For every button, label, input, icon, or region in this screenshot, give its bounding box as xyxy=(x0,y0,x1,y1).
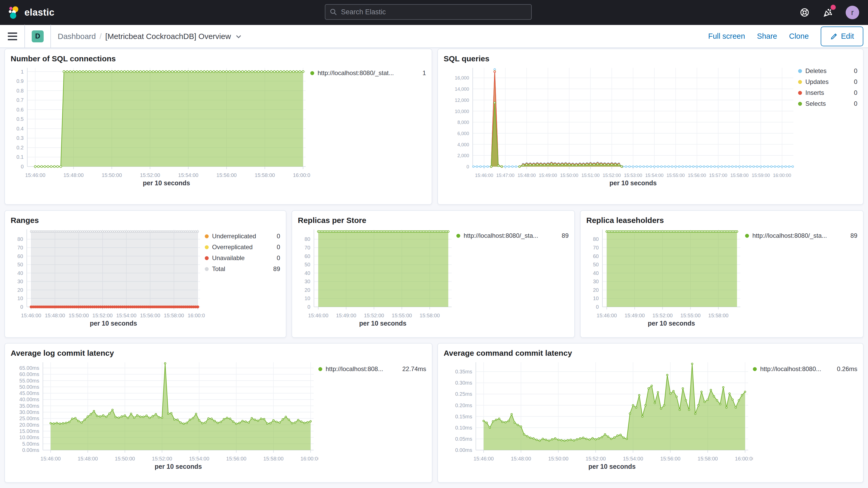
svg-text:15.00ms: 15.00ms xyxy=(19,428,39,434)
svg-text:15:57:00: 15:57:00 xyxy=(709,173,727,178)
elastic-logo[interactable]: elastic xyxy=(7,5,55,20)
svg-text:0.8: 0.8 xyxy=(17,88,24,94)
legend-value: 0 xyxy=(273,254,280,262)
legend-value: 0 xyxy=(850,78,857,86)
svg-text:0.30ms: 0.30ms xyxy=(455,380,472,386)
breadcrumb-dashboard-link[interactable]: Dashboard xyxy=(58,32,96,41)
svg-text:30: 30 xyxy=(593,279,599,284)
panel-avg-command-commit-latency: Average command commit latency 15:46:001… xyxy=(437,343,864,483)
svg-text:25.00ms: 25.00ms xyxy=(19,416,39,421)
user-avatar[interactable]: r xyxy=(846,6,859,19)
x-axis-title: per 10 seconds xyxy=(588,463,636,470)
legend-item[interactable]: Total89 xyxy=(205,265,280,273)
legend-item[interactable]: Deletes0 xyxy=(798,67,857,74)
svg-text:15:55:00: 15:55:00 xyxy=(392,313,412,318)
legend-item[interactable]: Underreplicated0 xyxy=(205,233,280,240)
panel-title: Average log commit latency xyxy=(11,349,426,358)
svg-text:15:49:00: 15:49:00 xyxy=(624,313,645,318)
svg-text:20.00ms: 20.00ms xyxy=(19,422,39,428)
svg-text:0.7: 0.7 xyxy=(17,97,24,103)
svg-text:15:54:00: 15:54:00 xyxy=(116,313,136,318)
svg-text:15:56:00: 15:56:00 xyxy=(216,172,237,178)
svg-text:0: 0 xyxy=(20,304,23,310)
chevron-down-icon[interactable] xyxy=(235,33,242,40)
avg-command-commit-latency-chart-canvas[interactable]: 15:46:0015:48:0015:50:0015:52:0015:54:00… xyxy=(444,359,753,473)
svg-text:0.35ms: 0.35ms xyxy=(455,369,472,374)
svg-text:15:58:00: 15:58:00 xyxy=(730,173,748,178)
x-axis-title: per 10 seconds xyxy=(610,179,657,187)
sql-queries-chart-canvas[interactable]: 15:46:0015:47:0015:48:0015:49:0015:50:00… xyxy=(444,64,798,189)
global-search[interactable] xyxy=(325,4,532,20)
replicas-per-store-chart-canvas[interactable]: 15:46:0015:49:0015:52:0015:55:0015:58:00… xyxy=(298,226,456,330)
legend-item[interactable]: http://localhost:8080...0.26ms xyxy=(753,365,857,373)
svg-text:16:00:00: 16:00:00 xyxy=(773,173,791,178)
help-button[interactable] xyxy=(799,7,810,18)
svg-text:10: 10 xyxy=(593,296,599,301)
legend-label: Selects xyxy=(805,100,826,107)
menu-button[interactable] xyxy=(8,32,17,40)
chart-legend: http://localhost:8080/_stat...1 xyxy=(310,64,426,80)
legend-item[interactable]: http://localhost:8080/_sta...89 xyxy=(456,232,569,239)
dashboard-app-badge[interactable]: D xyxy=(32,30,44,42)
svg-text:70: 70 xyxy=(593,245,599,250)
legend-item[interactable]: Unavailable0 xyxy=(205,254,280,262)
legend-value: 89 xyxy=(270,265,280,273)
legend-label: http://localhost:8080/_sta... xyxy=(752,232,827,239)
legend-label: Inserts xyxy=(805,89,824,96)
svg-text:15:52:00: 15:52:00 xyxy=(152,456,172,461)
search-input[interactable] xyxy=(340,8,518,17)
edit-button[interactable]: Edit xyxy=(821,27,863,46)
notification-dot xyxy=(831,5,836,10)
x-axis-title: per 10 seconds xyxy=(359,319,406,327)
svg-text:60: 60 xyxy=(593,253,599,259)
legend-item[interactable]: Updates0 xyxy=(798,78,857,86)
legend-item[interactable]: http://localhost:8080/_sta...89 xyxy=(745,232,857,239)
svg-text:15:46:00: 15:46:00 xyxy=(25,172,45,178)
legend-swatch xyxy=(798,91,802,95)
legend-item[interactable]: Overreplicated0 xyxy=(205,243,280,251)
svg-text:0.20ms: 0.20ms xyxy=(455,402,472,408)
legend-swatch xyxy=(798,69,802,73)
svg-text:15:46:00: 15:46:00 xyxy=(473,456,494,461)
svg-text:6,000: 6,000 xyxy=(457,131,469,136)
full-screen-button[interactable]: Full screen xyxy=(708,32,745,40)
svg-text:16:00:00: 16:00:00 xyxy=(188,313,205,318)
legend-item[interactable]: Inserts0 xyxy=(798,89,857,96)
panel-replicas-per-store: Replicas per Store 15:46:0015:49:0015:52… xyxy=(291,210,575,338)
legend-swatch xyxy=(318,367,322,371)
chart-legend: Underreplicated0Overreplicated0Unavailab… xyxy=(205,226,280,276)
avg-log-commit-latency-chart-canvas[interactable]: 15:46:0015:48:0015:50:0015:52:0015:54:00… xyxy=(11,359,318,473)
svg-text:40: 40 xyxy=(18,270,23,276)
svg-text:15:50:00: 15:50:00 xyxy=(560,173,578,178)
svg-text:15:46:00: 15:46:00 xyxy=(475,173,493,178)
legend-swatch xyxy=(205,234,209,238)
svg-text:80: 80 xyxy=(593,236,599,242)
svg-text:15:58:00: 15:58:00 xyxy=(420,313,440,318)
help-life-ring-icon xyxy=(799,7,810,18)
legend-item[interactable]: Selects0 xyxy=(798,100,857,107)
share-button[interactable]: Share xyxy=(757,32,777,40)
legend-label: http://localhost:8080/_stat... xyxy=(317,69,394,77)
replica-leaseholders-chart-canvas[interactable]: 15:46:0015:49:0015:52:0015:55:0015:58:00… xyxy=(586,226,745,330)
newsfeed-button[interactable] xyxy=(822,7,834,18)
svg-text:15:52:00: 15:52:00 xyxy=(364,313,384,318)
svg-text:20: 20 xyxy=(18,287,23,293)
panel-title: SQL queries xyxy=(444,54,857,63)
legend-item[interactable]: http://localhost:8080/_stat...1 xyxy=(310,69,426,77)
legend-swatch xyxy=(753,367,757,371)
svg-text:15:48:00: 15:48:00 xyxy=(518,173,536,178)
clone-button[interactable]: Clone xyxy=(789,32,809,40)
panel-ranges: Ranges 15:46:0015:48:0015:50:0015:52:001… xyxy=(4,210,286,338)
svg-text:0.2: 0.2 xyxy=(17,145,24,150)
ranges-chart-canvas[interactable]: 15:46:0015:48:0015:50:0015:52:0015:54:00… xyxy=(11,226,205,330)
svg-text:1: 1 xyxy=(21,69,24,74)
x-axis-title: per 10 seconds xyxy=(155,463,202,470)
legend-label: Overreplicated xyxy=(212,243,253,251)
svg-text:30.00ms: 30.00ms xyxy=(19,409,39,415)
svg-text:15:58:00: 15:58:00 xyxy=(255,172,275,178)
panel-title: Average command commit latency xyxy=(444,349,857,358)
divider xyxy=(51,25,51,48)
sql-connections-chart-canvas[interactable]: 15:46:0015:48:0015:50:0015:52:0015:54:00… xyxy=(11,64,310,189)
legend-item[interactable]: http://localhost:808...22.74ms xyxy=(318,365,426,373)
svg-text:15:54:00: 15:54:00 xyxy=(178,172,198,178)
